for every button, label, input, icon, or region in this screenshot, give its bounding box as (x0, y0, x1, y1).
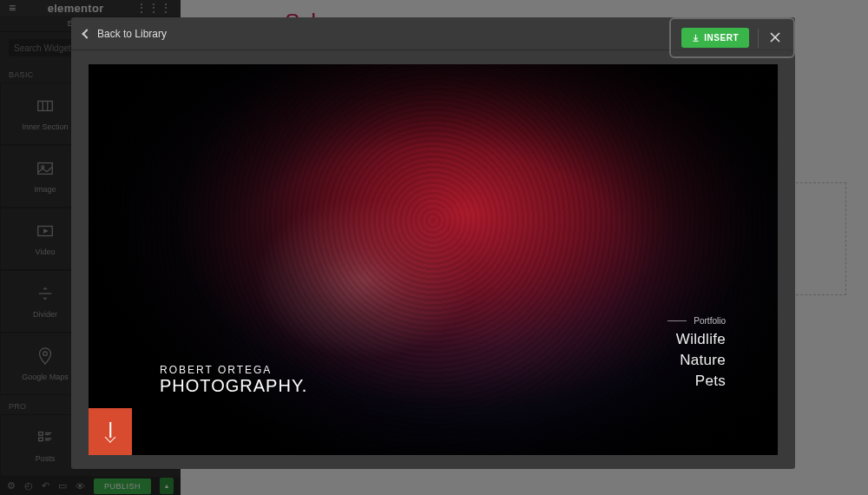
library-modal: Back to Library ROBERT ORTEGA PHOTOGRAPH… (71, 17, 795, 469)
modal-body: ROBERT ORTEGA PHOTOGRAPHY. Portfolio Wil… (71, 50, 795, 469)
template-preview: ROBERT ORTEGA PHOTOGRAPHY. Portfolio Wil… (89, 64, 778, 455)
back-to-library-button[interactable]: Back to Library (83, 28, 167, 40)
close-button[interactable] (767, 30, 783, 46)
library-modal-overlay: Back to Library ROBERT ORTEGA PHOTOGRAPH… (0, 0, 868, 495)
portfolio-label: Portfolio (667, 316, 726, 326)
scroll-down-button[interactable] (89, 408, 132, 455)
vignette (89, 64, 778, 455)
modal-actions-highlight: INSERT (669, 17, 795, 58)
portfolio-item[interactable]: Wildlife (667, 331, 726, 348)
portfolio-item[interactable]: Nature (667, 352, 726, 369)
back-label: Back to Library (97, 28, 167, 40)
separator (758, 29, 759, 48)
arrow-down-icon (104, 422, 116, 441)
hero-subtitle: ROBERT ORTEGA (160, 364, 307, 376)
close-icon (770, 32, 780, 43)
portfolio-menu: Portfolio Wildlife Nature Pets (667, 316, 726, 390)
portfolio-item[interactable]: Pets (667, 373, 726, 390)
decorative-line (667, 320, 687, 321)
download-icon (692, 34, 700, 42)
hero-title-block: ROBERT ORTEGA PHOTOGRAPHY. (160, 364, 307, 396)
insert-button[interactable]: INSERT (681, 28, 749, 48)
insert-label: INSERT (704, 33, 739, 43)
chevron-left-icon (82, 29, 91, 38)
portfolio-label-text: Portfolio (694, 316, 726, 326)
hero-main-title: PHOTOGRAPHY. (160, 376, 307, 396)
